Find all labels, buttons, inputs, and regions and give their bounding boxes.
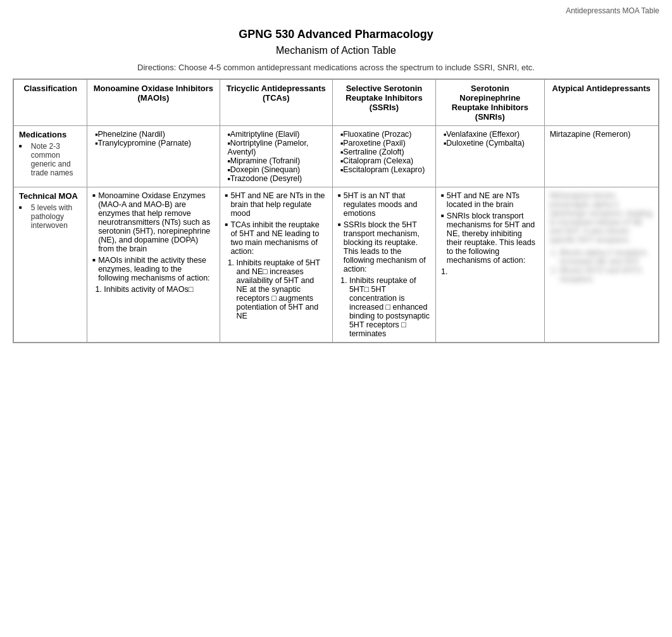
snris-medications-list: Venlafaxine (Effexor) Duloxetine (Cymbal… — [441, 130, 539, 148]
bullet-snris-1: ■ — [441, 192, 444, 198]
bullet-tcas-1: ■ — [225, 192, 228, 198]
directions: Directions: Choose 4-5 common antidepres… — [13, 63, 659, 72]
technical-moa-ssris-cell: ■ 5HT is an NT that regulates moods and … — [332, 187, 435, 343]
list-item: Fluoxatine (Prozac) — [340, 130, 430, 139]
bullet-ssris-2: ■ — [338, 222, 341, 227]
watermark: Antidepressants MOA Table — [0, 0, 672, 15]
bullet-icon-meds: ■ — [19, 143, 22, 149]
medications-label: Medications — [19, 130, 82, 139]
maois-ordered-list: Inhibits activity of MAOs□ — [92, 285, 214, 294]
medications-atypical-cell: Mirtazapine (Remeron) — [544, 126, 658, 187]
maois-medications-list: Phenelzine (Nardil) Tranylcypromine (Par… — [92, 130, 214, 148]
technical-moa-tcas-cell: ■ 5HT and NE are NTs in the brain that h… — [220, 187, 332, 343]
list-item: Amitriptyline (Elavil) — [228, 130, 327, 139]
list-item: Inhibits reuptake of 5HT□ 5HT concentrat… — [349, 276, 430, 338]
medications-row: Medications ■ Note 2-3 common generic an… — [14, 126, 659, 187]
ssris-medications-list: Fluoxatine (Prozac) Paroxetine (Paxil) S… — [338, 130, 430, 174]
technical-moa-maois-cell: ■ Monoamine Oxidase Enzymes (MAO-A and M… — [87, 187, 220, 343]
page-title: GPNG 530 Advanced Pharmacology — [0, 28, 672, 41]
bullet-snris-2: ■ — [441, 213, 444, 218]
technical-moa-sublabel: 5 levels with pathology interwoven — [25, 203, 82, 230]
tcas-point2-text: TCAs inhibit the reuptake of 5HT and NE … — [230, 220, 327, 256]
maois-intro-text: Monoamine Oxidase Enzymes (MAO-A and MAO… — [98, 191, 214, 253]
col-header-snris: Serotonin Norepinephrine Reuptake Inhibi… — [436, 80, 545, 126]
ssris-ordered-list: Inhibits reuptake of 5HT□ 5HT concentrat… — [338, 276, 430, 338]
ssris-intro-text: 5HT is an NT that regulates moods and em… — [344, 191, 430, 218]
list-item: Inhibits activity of MAOs□ — [104, 285, 214, 294]
bullet-icon-moa: ■ — [19, 205, 22, 210]
medications-snris-cell: Venlafaxine (Effexor) Duloxetine (Cymbal… — [436, 126, 545, 187]
list-item: Mipramine (Tofranil) — [228, 156, 327, 165]
tcas-medications-list: Amitriptyline (Elavil) Nortriptyline (Pa… — [225, 130, 327, 183]
technical-moa-label: Technical MOA — [19, 191, 82, 201]
list-item: Sertraline (Zoloft) — [340, 148, 430, 156]
page-subtitle: Mechanism of Action Table — [0, 45, 672, 56]
medications-classification-cell: Medications ■ Note 2-3 common generic an… — [14, 126, 87, 187]
snris-ordered-placeholder: 1. — [441, 267, 539, 276]
list-item: Nortriptyline (Pamelor, Aventyl) — [228, 139, 327, 156]
maois-point2-text: MAOIs inhibit the activity these enzymes… — [98, 256, 214, 282]
col-header-tcas: Tricyclic Antidepressants (TCAs) — [220, 80, 332, 126]
tcas-intro-text: 5HT and NE are NTs in the brain that hel… — [230, 191, 327, 218]
bullet-maois-1: ■ — [92, 192, 96, 198]
snris-point2-text: SNRIs block transport mechanisms for 5HT… — [447, 211, 539, 265]
bullet-tcas-2: ■ — [225, 222, 228, 227]
list-item: Paroxetine (Paxil) — [340, 139, 430, 148]
tcas-ordered-list: Inhibits reuptake of 5HT and NE□ increas… — [225, 258, 327, 320]
ssris-point2-text: SSRIs block the 5HT transport mechanism,… — [344, 220, 430, 274]
medications-ssris-cell: Fluoxatine (Prozac) Paroxetine (Paxil) S… — [332, 126, 435, 187]
medications-tcas-cell: Amitriptyline (Elavil) Nortriptyline (Pa… — [220, 126, 332, 187]
list-item: Tranylcypromine (Parnate) — [95, 139, 214, 148]
list-item: Duloxetine (Cymbalta) — [444, 139, 539, 148]
col-header-ssris: Selective Serotonin Reuptake Inhibitors … — [332, 80, 435, 126]
technical-moa-atypical-cell: Mirtazapine blocks presynaptic alpha-2 a… — [544, 187, 658, 343]
medications-maois-cell: Phenelzine (Nardil) Tranylcypromine (Par… — [87, 126, 220, 187]
list-item: Venlafaxine (Effexor) — [444, 130, 539, 139]
moa-table: Classification Monoamine Oxidase Inhibit… — [13, 79, 659, 343]
snris-intro-text: 5HT and NE are NTs located in the brain — [447, 191, 539, 209]
medications-sublabel: Note 2-3 common generic and trade names — [25, 142, 82, 177]
bullet-ssris-1: ■ — [338, 192, 341, 198]
list-item: Doxepin (Sinequan) — [228, 165, 327, 174]
technical-moa-snris-cell: ■ 5HT and NE are NTs located in the brai… — [436, 187, 545, 343]
col-header-classification: Classification — [14, 80, 87, 126]
technical-moa-row: Technical MOA ■ 5 levels with pathology … — [14, 187, 659, 343]
technical-moa-classification-cell: Technical MOA ■ 5 levels with pathology … — [14, 187, 87, 343]
col-header-maois: Monoamine Oxidase Inhibitors (MAOIs) — [87, 80, 220, 126]
list-item: Phenelzine (Nardil) — [95, 130, 214, 139]
atypical-moa-blurred: Mirtazapine blocks presynaptic alpha-2 a… — [550, 191, 653, 284]
col-header-atypical: Atypical Antidepressants — [544, 80, 658, 126]
atypical-medication-text: Mirtazapine (Remeron) — [550, 130, 631, 139]
main-table-container: Classification Monoamine Oxidase Inhibit… — [13, 79, 659, 343]
list-item: Escitalopram (Lexapro) — [340, 165, 430, 174]
header-row: Classification Monoamine Oxidase Inhibit… — [14, 80, 659, 126]
list-item: Trazodone (Desyrel) — [228, 174, 327, 183]
bullet-maois-2: ■ — [92, 257, 96, 263]
list-item: Citalopram (Celexa) — [340, 156, 430, 165]
list-item: Inhibits reuptake of 5HT and NE□ increas… — [237, 258, 327, 320]
